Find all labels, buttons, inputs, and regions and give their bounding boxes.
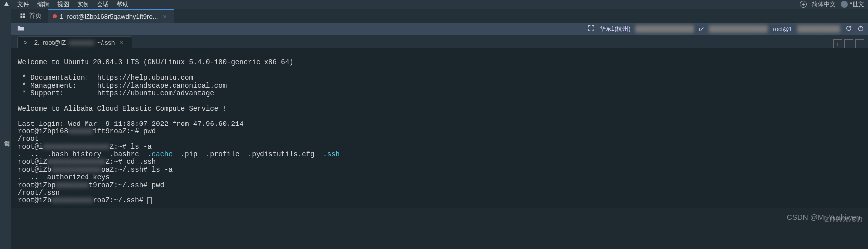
term-doc: * Documentation: https://help.ubuntu.com: [18, 74, 193, 82]
term-prompt2-pre: root@i: [18, 143, 43, 151]
blurred: xxxxxx: [68, 127, 93, 135]
session-tabs: >_ 2. root@iZ xxxxxxxx ~/.ssh × +: [0, 35, 868, 48]
session-status-icon: [53, 14, 57, 18]
term-prompt5-pre: root@iZbp: [18, 181, 56, 189]
term-prompt3-post: Z:~# cd .ssh: [105, 158, 156, 166]
term-pwd1: /root: [18, 135, 39, 143]
term-support: * Support: https://ubuntu.com/advantage: [18, 89, 214, 97]
tab-home-label: 首页: [29, 11, 42, 20]
svg-rect-0: [21, 14, 23, 16]
menu-file[interactable]: 文件: [17, 0, 29, 9]
sidebar: 自动复制 最近登录 我的实例: [0, 9, 11, 249]
term-prompt1-post: 1ft9roaZ:~# pwd: [93, 127, 156, 135]
term-mgmt: * Management: https://landscape.canonica…: [18, 82, 227, 90]
user-name: *世文: [850, 0, 864, 9]
add-panel-icon[interactable]: +: [833, 39, 842, 48]
term-alibaba: Welcome to Alibaba Cloud Elastic Compute…: [18, 105, 227, 113]
avatar-icon: [841, 1, 848, 8]
blurred: xxxxxxxxxxxxxx: [47, 158, 106, 166]
menubar: 文件 编辑 视图 实例 会话 帮助 + 简体中文 *世文: [0, 0, 868, 9]
close-icon[interactable]: ×: [118, 39, 126, 46]
region-label: 华东1(杭州): [600, 25, 631, 33]
menu-help[interactable]: 帮助: [117, 0, 129, 9]
split-vertical-icon[interactable]: [844, 39, 853, 48]
close-icon[interactable]: ×: [161, 13, 169, 20]
terminal-cursor: [147, 197, 152, 204]
svg-rect-2: [21, 16, 23, 18]
terminal-output[interactable]: Welcome to Ubuntu 20.04.3 LTS (GNU/Linux…: [0, 48, 868, 208]
session-subtab-prefix: root@iZ: [43, 39, 66, 46]
fullscreen-icon[interactable]: [588, 25, 595, 33]
blurred: xxxxxxxxxxxx: [51, 166, 101, 174]
term-prompt3-pre: root@iZ: [18, 158, 47, 166]
app-icon: [4, 1, 9, 8]
csdn-watermark: CSDN @Mr.Yushiwen: [787, 213, 860, 221]
term-ls1-pre: . .. .bash_history .bashrc: [18, 150, 147, 158]
menu-view[interactable]: 视图: [57, 0, 69, 9]
folder-icon[interactable]: [17, 25, 24, 33]
sub-toolbar: >_ 华东1(杭州) xxxxxxxxxxxx iZ xxxxxxxxxxxx …: [0, 23, 868, 35]
term-cache: .cache: [147, 150, 172, 158]
session-subtab-blurred: xxxxxxxx: [69, 39, 94, 46]
split-horizontal-icon[interactable]: [855, 39, 864, 48]
term-ls1-mid: .pip .profile .pydistutils.cfg: [173, 150, 323, 158]
menu-edit[interactable]: 编辑: [37, 0, 49, 9]
term-welcome: Welcome to Ubuntu 20.04.3 LTS (GNU/Linux…: [18, 58, 294, 66]
term-pwd2: /root/.ssn: [18, 189, 60, 197]
term-prompt6-pre: root@iZb: [18, 196, 51, 204]
menu-session[interactable]: 会话: [97, 0, 109, 9]
host-prefix: iZ: [699, 26, 704, 33]
language-selector[interactable]: 简体中文: [812, 0, 836, 9]
term-prompt4-pre: root@iZb: [18, 166, 51, 174]
term-prompt6-post: roaZ:~/.ssh#: [93, 196, 147, 204]
main-toolbar: 首页 1_root@iZbp168r5qawdhy1ft9ro... ×: [0, 9, 868, 23]
menu-instance[interactable]: 实例: [77, 0, 89, 9]
term-ssh: .ssh: [323, 150, 340, 158]
svg-rect-3: [23, 16, 25, 18]
user-blurred: xxxx: [797, 25, 840, 33]
host-blurred: xxxxxxxxxxxx: [635, 25, 694, 33]
blurred: xxxxxxxx: [56, 181, 89, 189]
refresh-icon[interactable]: [845, 25, 852, 33]
blurred: xxxxxxxxxx: [51, 196, 93, 204]
term-prompt5-post: t9roaZ:~/.ssh# pwd: [89, 181, 164, 189]
user-badge[interactable]: *世文: [841, 0, 864, 9]
host-blurred-2: xxxxxxxxxxxx: [709, 25, 768, 33]
term-prompt4-post: oaZ:~/.ssh# ls -a: [101, 166, 173, 174]
tab-session-active[interactable]: 1_root@iZbp168r5qawdhy1ft9ro... ×: [48, 9, 174, 23]
power-icon[interactable]: [857, 25, 864, 33]
session-subtab-suffix: ~/.ssh: [97, 39, 115, 46]
term-prompt2-post: Z:~# ls -a: [110, 143, 152, 151]
blurred: xxxxxxxxxxxxxxxx: [43, 143, 109, 151]
term-lastlogin: Last login: Wed Mar 9 11:33:07 2022 from…: [18, 120, 244, 128]
tab-home[interactable]: 首页: [14, 9, 48, 23]
user-prefix: root@1: [773, 26, 792, 33]
tab-session-label: 1_root@iZbp168r5qawdhy1ft9ro...: [60, 13, 158, 20]
term-ls2: . .. authorized_keys: [18, 173, 110, 181]
session-subtab[interactable]: >_ 2. root@iZ xxxxxxxx ~/.ssh ×: [17, 36, 132, 48]
term-prompt1-pre: root@iZbp168: [18, 127, 68, 135]
session-subtab-index: 2.: [34, 39, 40, 46]
add-icon[interactable]: +: [800, 1, 807, 8]
svg-rect-1: [23, 14, 25, 16]
